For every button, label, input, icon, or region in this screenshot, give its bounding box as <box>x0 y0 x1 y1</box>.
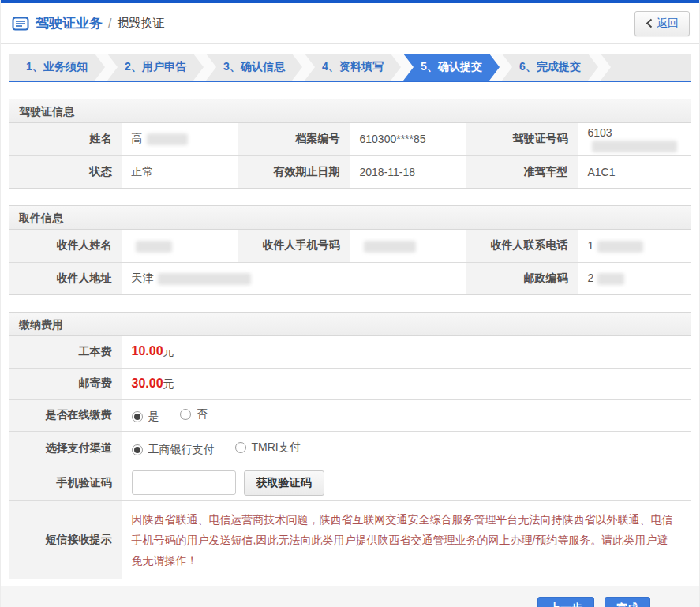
table-row: 姓名高档案编号610300****85驾驶证号码6103 <box>9 123 691 155</box>
field-value: 2018-11-18 <box>350 155 466 188</box>
field-label: 邮寄费 <box>9 368 122 399</box>
field-value: 2 <box>578 262 691 294</box>
sms-code-input[interactable] <box>132 470 236 495</box>
table-row: 状态正常有效期止日期2018-11-18准驾车型A1C1 <box>9 155 691 188</box>
radio-group: 工商银行支付TMRI支付 <box>122 431 691 466</box>
previous-step-button[interactable]: 上一步 <box>537 597 594 607</box>
field-label: 收件人姓名 <box>9 230 122 262</box>
page-header: 驾驶证业务 / 损毁换证 返回 <box>1 3 699 44</box>
field-label: 邮政编码 <box>466 262 578 294</box>
radio-option[interactable]: 是 <box>132 410 159 424</box>
radio-option[interactable]: 否 <box>180 407 208 422</box>
field-label: 驾驶证号码 <box>466 123 578 155</box>
field-label: 工本费 <box>9 336 122 368</box>
fees-table: 工本费10.00元邮寄费30.00元是否在线缴费是否选择支付渠道工商银行支付TM… <box>9 336 691 579</box>
redacted-value <box>147 133 188 145</box>
step-1[interactable]: 1、业务须知 <box>9 54 105 81</box>
field-label: 收件人手机号码 <box>238 230 350 262</box>
radio-group: 是否 <box>122 399 691 431</box>
radio-option[interactable]: 工商银行支付 <box>132 443 215 457</box>
field-label: 有效期止日期 <box>238 155 350 188</box>
radio-option-label: 否 <box>197 407 208 422</box>
step-4[interactable]: 4、资料填写 <box>305 54 401 81</box>
radio-option-label: 工商银行支付 <box>148 443 215 457</box>
sms-code-field: 获取验证码 <box>122 466 691 500</box>
back-button-label: 返回 <box>657 17 679 31</box>
field-value <box>122 230 238 262</box>
field-label: 档案编号 <box>238 123 350 155</box>
money-unit: 元 <box>163 345 174 358</box>
fee-row-radio: 选择支付渠道工商银行支付TMRI支付 <box>9 431 691 466</box>
redacted-value <box>136 241 172 253</box>
radio-unchecked-icon[interactable] <box>235 442 246 453</box>
redacted-value <box>597 241 643 253</box>
table-row: 收件人姓名收件人手机号码收件人联系电话1 <box>9 230 691 262</box>
section-license-info: 驾驶证信息 姓名高档案编号610300****85驾驶证号码6103状态正常有效… <box>9 99 691 189</box>
field-value: 1 <box>578 230 691 262</box>
field-value: 天津 <box>122 262 466 294</box>
radio-option-label: TMRI支付 <box>252 440 301 455</box>
license-business-icon <box>12 17 29 31</box>
redacted-value <box>597 273 624 285</box>
main-content: 驾驶证信息 姓名高档案编号610300****85驾驶证号码6103状态正常有效… <box>1 99 699 579</box>
field-label: 准驾车型 <box>466 155 578 188</box>
section-title-fees: 缴纳费用 <box>9 313 691 336</box>
radio-option-label: 是 <box>148 410 159 424</box>
section-fees: 缴纳费用 工本费10.00元邮寄费30.00元是否在线缴费是否选择支付渠道工商银… <box>9 312 691 579</box>
money-value: 30.00 <box>132 377 163 390</box>
breadcrumb-separator: / <box>108 17 111 31</box>
step-bar-filler <box>601 54 691 81</box>
finish-button[interactable]: 完成 <box>605 597 650 607</box>
fee-row-money: 邮寄费30.00元 <box>9 368 691 399</box>
footer-actions: 上一步 完成 <box>1 586 699 607</box>
section-title-license: 驾驶证信息 <box>9 99 691 123</box>
field-value: 正常 <box>122 155 238 188</box>
license-info-body: 姓名高档案编号610300****85驾驶证号码6103状态正常有效期止日期20… <box>9 123 691 188</box>
money-unit: 元 <box>163 377 174 390</box>
page-subtitle: 损毁换证 <box>117 16 164 31</box>
sms-notice-text: 因陕西省联通、电信运营商技术问题，陕西省互联网交通安全综合服务管理平台无法向持陕… <box>132 503 691 577</box>
radio-unchecked-icon[interactable] <box>180 409 191 420</box>
field-value <box>350 230 466 262</box>
license-info-table: 姓名高档案编号610300****85驾驶证号码6103状态正常有效期止日期20… <box>9 123 691 188</box>
step-bar: 1、业务须知2、用户申告3、确认信息4、资料填写5、确认提交6、完成提交 <box>9 54 691 82</box>
step-3[interactable]: 3、确认信息 <box>206 54 302 81</box>
field-label: 姓名 <box>9 123 122 155</box>
table-row: 收件人地址天津邮政编码2 <box>9 262 691 294</box>
field-label: 状态 <box>9 155 122 188</box>
fee-row-note: 短信接收提示因陕西省联通、电信运营商技术问题，陕西省互联网交通安全综合服务管理平… <box>9 500 691 579</box>
sms-notice-cell: 因陕西省联通、电信运营商技术问题，陕西省互联网交通安全综合服务管理平台无法向持陕… <box>122 500 691 579</box>
field-label: 选择支付渠道 <box>9 431 122 466</box>
fee-amount: 30.00元 <box>122 368 691 399</box>
money-value: 10.00 <box>132 344 163 358</box>
radio-checked-icon[interactable] <box>132 411 143 422</box>
field-label: 收件人地址 <box>9 262 122 294</box>
section-title-pickup: 取件信息 <box>9 206 691 230</box>
field-label: 是否在线缴费 <box>9 399 122 431</box>
step-6[interactable]: 6、完成提交 <box>502 54 598 81</box>
fee-row-money: 工本费10.00元 <box>9 336 691 368</box>
get-code-button[interactable]: 获取验证码 <box>244 470 324 496</box>
fee-row-sms: 手机验证码获取验证码 <box>9 466 691 500</box>
step-2[interactable]: 2、用户申告 <box>107 54 204 81</box>
field-value: 610300****85 <box>350 123 466 155</box>
chevron-left-icon <box>646 18 653 28</box>
fees-body: 工本费10.00元邮寄费30.00元是否在线缴费是否选择支付渠道工商银行支付TM… <box>9 336 691 579</box>
radio-option[interactable]: TMRI支付 <box>235 440 301 455</box>
field-value: A1C1 <box>578 155 691 188</box>
back-button[interactable]: 返回 <box>634 11 690 36</box>
fee-amount: 10.00元 <box>122 336 691 368</box>
fee-row-radio: 是否在线缴费是否 <box>9 399 691 431</box>
redacted-value <box>158 273 251 285</box>
field-label: 收件人联系电话 <box>466 230 578 262</box>
redacted-value <box>364 241 416 253</box>
field-value: 6103 <box>578 123 691 155</box>
field-value: 高 <box>122 123 238 155</box>
step-5[interactable]: 5、确认提交 <box>403 54 500 81</box>
page-title: 驾驶证业务 <box>36 14 103 32</box>
field-label: 手机验证码 <box>9 466 122 500</box>
field-label: 短信接收提示 <box>9 500 122 579</box>
pickup-info-table: 收件人姓名收件人手机号码收件人联系电话1收件人地址天津邮政编码2 <box>9 230 691 294</box>
radio-checked-icon[interactable] <box>132 444 143 455</box>
section-pickup-info: 取件信息 收件人姓名收件人手机号码收件人联系电话1收件人地址天津邮政编码2 <box>9 205 691 295</box>
